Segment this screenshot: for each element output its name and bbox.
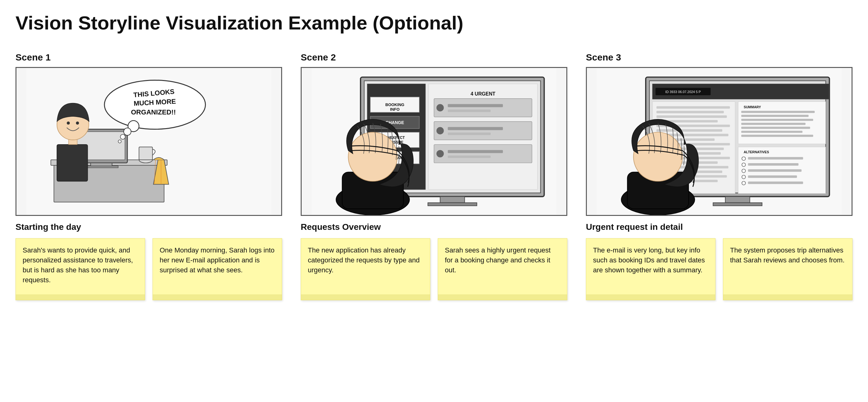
svg-text:INFO: INFO xyxy=(390,107,400,112)
svg-rect-67 xyxy=(657,111,724,113)
svg-rect-86 xyxy=(741,115,808,117)
svg-rect-6 xyxy=(85,166,118,168)
page-title: Vision Storyline Visualization Example (… xyxy=(16,12,852,33)
svg-point-15 xyxy=(76,122,79,125)
svg-rect-71 xyxy=(657,130,722,132)
svg-point-106 xyxy=(633,133,683,181)
svg-rect-91 xyxy=(741,135,813,137)
scene-2-caption: Requests Overview xyxy=(301,222,567,232)
svg-rect-11 xyxy=(57,145,88,181)
svg-rect-66 xyxy=(657,106,730,109)
svg-rect-5 xyxy=(91,163,112,166)
scene-3-image: ID 3933 06.07.2024 5 P xyxy=(586,67,852,216)
svg-point-19 xyxy=(120,134,125,139)
scene-1-notes: Sarah's wants to provide quick, and pers… xyxy=(16,238,282,300)
svg-text:4 URGENT: 4 URGENT xyxy=(471,91,495,96)
scene-2-image: BOOKING INFO CHANGE UNEXPECT ED ISSUE FE… xyxy=(301,67,567,216)
scene-2-note-1: The new application has already categori… xyxy=(301,238,430,300)
svg-rect-28 xyxy=(428,203,477,206)
svg-rect-45 xyxy=(447,110,490,112)
svg-rect-101 xyxy=(748,176,797,178)
scene-3-label: Scene 3 xyxy=(586,52,852,63)
svg-rect-89 xyxy=(741,127,810,129)
svg-text:ALTERNATIVES: ALTERNATIVES xyxy=(744,150,769,154)
scene-3-note-2: The system proposes trip alternatives th… xyxy=(723,238,852,300)
scene-1-column: Scene 1 xyxy=(16,52,282,300)
svg-rect-61 xyxy=(713,203,762,206)
svg-rect-68 xyxy=(657,115,727,118)
svg-rect-46 xyxy=(434,122,532,140)
scene-1-image: THIS LOOKS MUCH MORE ORGANIZED!! xyxy=(16,67,282,216)
svg-point-51 xyxy=(436,150,444,157)
svg-rect-49 xyxy=(447,133,490,135)
svg-point-20 xyxy=(118,140,121,143)
svg-point-56 xyxy=(348,133,397,181)
svg-rect-53 xyxy=(447,156,490,158)
svg-rect-50 xyxy=(434,145,532,163)
svg-rect-90 xyxy=(741,131,803,133)
svg-rect-48 xyxy=(447,127,503,130)
svg-rect-42 xyxy=(434,98,532,117)
svg-text:ID 3933  06.07.2024  5 P: ID 3933 06.07.2024 5 P xyxy=(665,90,701,94)
svg-text:SUMMARY: SUMMARY xyxy=(744,106,761,109)
svg-rect-97 xyxy=(748,163,799,166)
scenes-container: Scene 1 xyxy=(16,52,852,300)
scene-2-note-2: Sarah sees a highly urgent request for a… xyxy=(438,238,567,300)
scene-3-notes: The e-mail is very long, but key info su… xyxy=(586,238,852,300)
svg-point-18 xyxy=(124,128,131,136)
scene-1-label: Scene 1 xyxy=(16,52,282,63)
svg-point-47 xyxy=(436,127,444,135)
svg-rect-8 xyxy=(139,147,152,160)
scene-1-note-2: One Monday morning, Sarah logs into her … xyxy=(153,238,282,300)
scene-1-caption: Starting the day xyxy=(16,222,282,232)
scene-2-column: Scene 2 BOOKING INFO xyxy=(301,52,567,300)
scene-1-note-1: Sarah's wants to provide quick, and pers… xyxy=(16,238,145,300)
svg-text:BOOKING: BOOKING xyxy=(385,103,404,107)
svg-rect-95 xyxy=(748,157,803,160)
svg-point-43 xyxy=(436,104,444,112)
svg-rect-103 xyxy=(748,182,803,184)
svg-rect-99 xyxy=(748,169,802,172)
svg-point-14 xyxy=(67,122,70,125)
scene-2-label: Scene 2 xyxy=(301,52,567,63)
svg-rect-27 xyxy=(440,197,465,203)
svg-rect-44 xyxy=(447,104,503,107)
svg-rect-88 xyxy=(741,123,805,125)
scene-3-column: Scene 3 ID 3933 06.07.2024 5 P xyxy=(586,52,852,300)
scene-3-note-1: The e-mail is very long, but key info su… xyxy=(586,238,715,300)
svg-text:ORGANIZED!!: ORGANIZED!! xyxy=(131,108,176,116)
scene-2-notes: The new application has already categori… xyxy=(301,238,567,300)
scene-3-caption: Urgent request in detail xyxy=(586,222,852,232)
svg-rect-60 xyxy=(725,197,750,203)
svg-rect-52 xyxy=(447,150,503,153)
svg-rect-87 xyxy=(741,119,813,121)
svg-rect-85 xyxy=(741,111,815,113)
